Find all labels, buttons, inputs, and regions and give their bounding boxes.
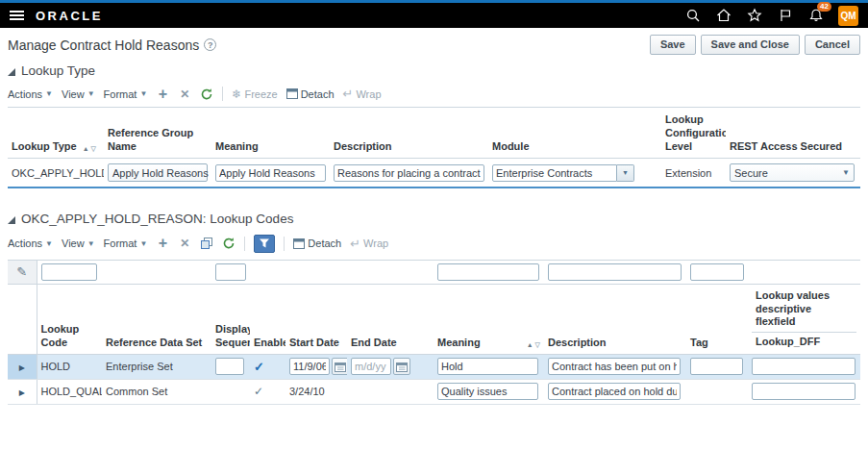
calendar-picker-icon[interactable]	[393, 358, 410, 375]
description-input[interactable]	[334, 164, 484, 182]
navigator-menu-icon[interactable]	[10, 11, 24, 20]
detach-icon	[286, 88, 298, 99]
chevron-down-icon: ▼	[87, 89, 95, 98]
column-header-reference-data-set[interactable]: Reference Data Set	[102, 284, 211, 354]
user-avatar[interactable]: QM	[838, 6, 858, 26]
reference-group-name-select[interactable]: Apply Hold Reasons▼	[108, 163, 208, 182]
collapse-triangle-icon[interactable]	[8, 216, 15, 224]
column-header-reference-group-name[interactable]: Reference Group Name	[104, 108, 211, 159]
start-date-input[interactable]	[289, 358, 330, 375]
row-selector-header	[8, 284, 37, 354]
lookup-dff-input[interactable]	[752, 383, 856, 400]
help-icon[interactable]: ?	[204, 38, 216, 51]
column-header-meaning[interactable]: Meaning	[211, 108, 330, 159]
column-header-lookup-configuration-level[interactable]: Lookup Configuration Level	[661, 108, 726, 159]
column-header-description[interactable]: Description	[544, 284, 686, 354]
lookup-type-table: Lookup Type ▲▽ Reference Group Name Mean…	[8, 107, 860, 188]
filter-display-sequence-input[interactable]	[215, 263, 246, 281]
delete-icon[interactable]: ✕	[178, 88, 191, 101]
column-header-rest-access-secured[interactable]: REST Access Secured	[726, 108, 860, 159]
actions-menu[interactable]: Actions▼	[8, 88, 53, 100]
tag-input[interactable]	[690, 358, 743, 375]
lookup-code-value: HOLD	[41, 361, 71, 372]
add-icon[interactable]: +	[156, 88, 169, 100]
filter-lookup-code-input[interactable]	[41, 263, 97, 281]
home-icon[interactable]	[715, 8, 732, 24]
chevron-down-icon: ▼	[45, 239, 53, 248]
lookup-type-row[interactable]: OKC_APPLY_HOLD_RE... Apply Hold Reasons▼…	[8, 159, 860, 188]
refresh-icon[interactable]	[222, 237, 236, 250]
save-button[interactable]: Save	[650, 35, 696, 55]
column-header-start-date[interactable]: Start Date	[285, 284, 347, 354]
notifications-bell-icon[interactable]: 42	[807, 8, 824, 24]
description-input[interactable]	[548, 358, 681, 375]
detach-button[interactable]: Detach	[286, 88, 335, 100]
page-action-buttons: Save Save and Close Cancel	[650, 35, 860, 55]
view-menu[interactable]: View▼	[62, 238, 95, 249]
calendar-picker-icon[interactable]	[332, 358, 347, 375]
format-menu[interactable]: Format▼	[104, 238, 148, 249]
end-date-input[interactable]	[351, 358, 391, 375]
column-header-meaning[interactable]: Meaning ▲▽	[434, 284, 544, 354]
module-dropdown-button[interactable]: ▼	[617, 164, 634, 182]
rest-access-secured-select[interactable]: Secure▼	[730, 163, 855, 182]
search-icon[interactable]	[684, 8, 701, 24]
row-expand-icon[interactable]: ▶	[19, 363, 25, 372]
delete-icon[interactable]: ✕	[178, 237, 191, 250]
chevron-down-icon: ▼	[842, 168, 850, 177]
description-input[interactable]	[548, 383, 681, 400]
lookup-type-section: Lookup Type Actions▼ View▼ Format▼ + ✕ ❄…	[0, 63, 868, 188]
table-row[interactable]: ▶ HOLD Enterprise Set ✓	[8, 354, 860, 379]
start-date-value: 3/24/10	[289, 386, 325, 397]
detach-button[interactable]: Detach	[293, 238, 341, 249]
lookup-dff-input[interactable]	[752, 358, 856, 375]
column-header-lookup-dff[interactable]: Lookup values descriptive flexfield Look…	[748, 284, 860, 354]
column-header-description[interactable]: Description	[330, 108, 488, 159]
row-expand-icon[interactable]: ▶	[19, 388, 25, 397]
module-input[interactable]	[492, 164, 617, 182]
lookup-type-section-title: Lookup Type	[21, 63, 95, 78]
sort-ascending-icon[interactable]: ▲	[83, 145, 89, 154]
collapse-triangle-icon[interactable]	[8, 68, 15, 76]
column-header-end-date[interactable]: End Date	[347, 284, 434, 354]
format-menu[interactable]: Format▼	[104, 88, 148, 100]
lookup-type-section-header[interactable]: Lookup Type	[8, 63, 868, 78]
freeze-button[interactable]: ❄Freeze	[232, 88, 277, 101]
table-row[interactable]: ▶ HOLD_QUALITY Common Set ✓ 3/24/10	[8, 379, 860, 404]
display-sequence-input[interactable]	[215, 358, 244, 375]
sort-ascending-icon[interactable]: ▲	[527, 341, 533, 350]
add-icon[interactable]: +	[156, 238, 169, 249]
meaning-input[interactable]	[215, 164, 326, 182]
edit-pencil-icon[interactable]: ✎	[16, 264, 27, 279]
lookup-type-toolbar: Actions▼ View▼ Format▼ + ✕ ❄Freeze Detac…	[0, 80, 868, 107]
duplicate-icon[interactable]	[200, 238, 213, 249]
lookup-codes-section-header[interactable]: OKC_APPLY_HOLD_REASON: Lookup Codes	[8, 212, 868, 226]
column-header-lookup-type[interactable]: Lookup Type ▲▽	[8, 108, 104, 159]
meaning-input[interactable]	[437, 358, 538, 375]
column-header-display-sequence[interactable]: Display Sequence	[211, 284, 250, 354]
refresh-icon[interactable]	[200, 88, 213, 101]
announcements-flag-icon[interactable]	[777, 8, 793, 24]
wrap-button[interactable]: ↵Wrap	[350, 237, 388, 251]
column-header-enabled[interactable]: Enabled	[250, 284, 285, 354]
view-menu[interactable]: View▼	[62, 88, 95, 100]
chevron-down-icon: ▼	[139, 239, 147, 248]
column-header-module[interactable]: Module	[488, 108, 661, 159]
cancel-button[interactable]: Cancel	[805, 35, 860, 55]
actions-menu[interactable]: Actions▼	[8, 238, 53, 249]
favorites-star-icon[interactable]	[746, 8, 762, 24]
meaning-input[interactable]	[437, 383, 538, 400]
column-header-lookup-code[interactable]: Lookup Code	[37, 284, 102, 354]
filter-meaning-input[interactable]	[437, 263, 539, 281]
wrap-button[interactable]: ↵Wrap	[343, 87, 382, 101]
filter-tag-input[interactable]	[690, 263, 744, 281]
save-and-close-button[interactable]: Save and Close	[701, 35, 800, 55]
lookup-codes-section-title: OKC_APPLY_HOLD_REASON: Lookup Codes	[21, 212, 293, 226]
query-by-example-filter-icon[interactable]	[254, 235, 275, 253]
sort-descending-icon[interactable]: ▽	[535, 341, 540, 350]
sort-descending-icon[interactable]: ▽	[91, 145, 96, 154]
column-header-tag[interactable]: Tag	[686, 284, 748, 354]
filter-description-input[interactable]	[548, 263, 682, 281]
notification-count-badge: 42	[817, 2, 831, 12]
enabled-checkbox[interactable]: ✓	[254, 360, 264, 374]
